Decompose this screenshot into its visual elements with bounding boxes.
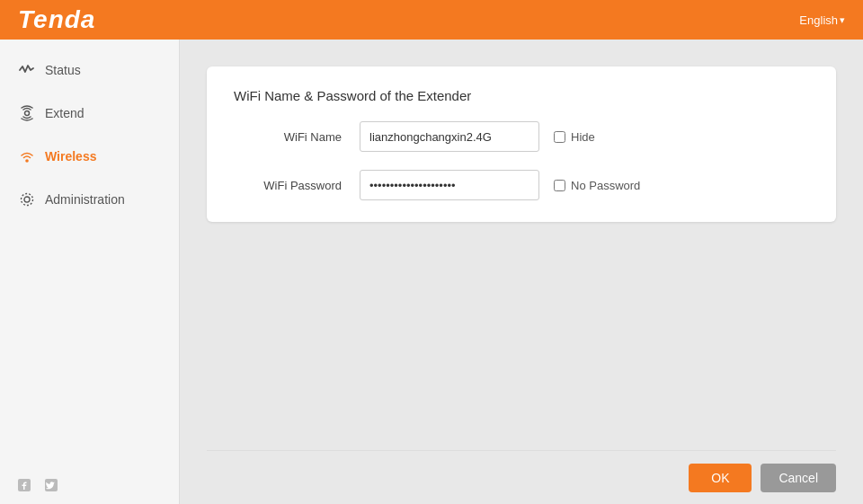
- layout: Status Extend: [0, 40, 863, 504]
- wifi-settings-card: WiFi Name & Password of the Extender WiF…: [207, 66, 836, 222]
- svg-point-0: [25, 111, 30, 116]
- wifi-password-label: WiFi Password: [234, 179, 360, 192]
- sidebar-item-extend[interactable]: Extend: [0, 92, 179, 135]
- sidebar-item-administration[interactable]: Administration: [0, 178, 179, 221]
- ok-button[interactable]: OK: [689, 464, 752, 492]
- facebook-icon[interactable]: [18, 479, 31, 491]
- extend-icon: [18, 104, 36, 122]
- admin-icon: [18, 190, 36, 208]
- sidebar-item-status-label: Status: [45, 63, 81, 77]
- hide-option[interactable]: Hide: [554, 130, 595, 144]
- sidebar: Status Extend: [0, 40, 180, 504]
- wifi-name-input[interactable]: [360, 121, 539, 152]
- no-password-option[interactable]: No Password: [554, 179, 640, 192]
- hide-checkbox[interactable]: [554, 131, 565, 143]
- bottom-bar: OK Cancel: [207, 450, 836, 504]
- sidebar-footer: [0, 466, 179, 504]
- no-password-label: No Password: [571, 179, 640, 192]
- sidebar-item-extend-label: Extend: [45, 106, 85, 120]
- svg-point-3: [22, 194, 33, 206]
- main-content: WiFi Name & Password of the Extender WiF…: [180, 40, 863, 504]
- wireless-icon: [18, 147, 36, 165]
- svg-point-1: [25, 159, 29, 163]
- language-selector[interactable]: English: [799, 13, 845, 27]
- wifi-name-row: WiFi Name Hide: [234, 121, 809, 152]
- cancel-button[interactable]: Cancel: [761, 464, 836, 492]
- wifi-password-row: WiFi Password No Password: [234, 170, 809, 200]
- sidebar-item-wireless-label: Wireless: [45, 149, 96, 164]
- wifi-password-input[interactable]: [360, 170, 539, 200]
- sidebar-item-administration-label: Administration: [45, 192, 125, 207]
- wifi-name-label: WiFi Name: [234, 130, 360, 144]
- header: Tenda English: [0, 0, 863, 40]
- hide-label: Hide: [571, 130, 595, 144]
- sidebar-nav: Status Extend: [0, 49, 179, 221]
- status-icon: [18, 61, 36, 79]
- no-password-checkbox[interactable]: [554, 180, 565, 191]
- logo: Tenda: [18, 5, 95, 34]
- sidebar-item-wireless[interactable]: Wireless: [0, 135, 179, 178]
- card-title: WiFi Name & Password of the Extender: [234, 88, 809, 103]
- svg-point-2: [24, 197, 30, 202]
- sidebar-item-status[interactable]: Status: [0, 49, 179, 92]
- twitter-icon[interactable]: [45, 479, 58, 491]
